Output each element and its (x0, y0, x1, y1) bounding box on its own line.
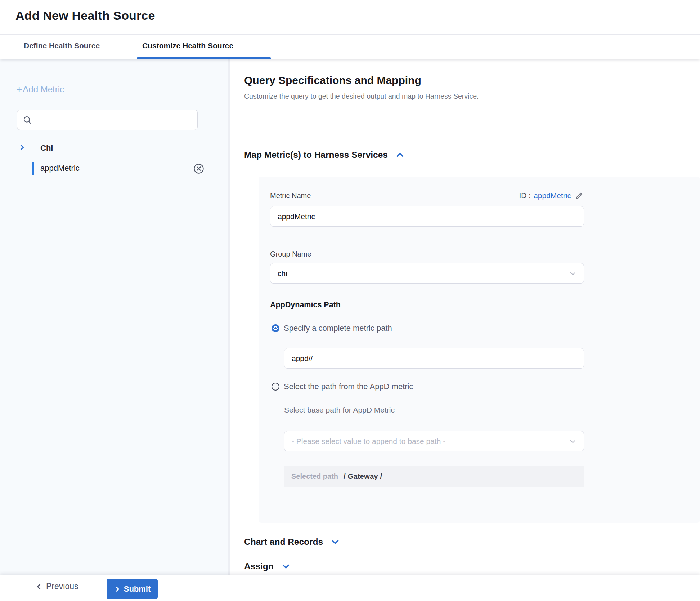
assign-title: Assign (244, 561, 274, 571)
map-metrics-section-title: Map Metric(s) to Harness Services (244, 150, 388, 160)
page-title: Add New Health Source (15, 9, 155, 23)
group-name-label: Group Name (270, 250, 311, 258)
add-health-source-dialog: Add New Health Source Define Health Sour… (0, 0, 700, 601)
add-metric-button[interactable]: + Add Metric (16, 84, 64, 94)
appdynamics-path-label: AppDynamics Path (270, 300, 341, 310)
radio-select-appd-path[interactable]: Select the path from the AppD metric (272, 382, 413, 391)
selected-metric-accent-bar (32, 162, 34, 175)
group-divider (32, 157, 205, 157)
metrics-sidebar: + Add Metric Chi appdMetric (0, 59, 228, 575)
radio-complete-metric-path[interactable]: Specify a complete metric path (272, 324, 392, 333)
remove-metric-icon[interactable] (193, 163, 204, 174)
previous-button[interactable]: Previous (35, 582, 78, 591)
chevron-up-icon (395, 150, 405, 160)
base-path-label: Select base path for AppD Metric (284, 406, 395, 414)
map-metrics-section-toggle[interactable]: Map Metric(s) to Harness Services (244, 150, 405, 160)
id-value-link[interactable]: appdMetric (534, 191, 571, 200)
radio-select-appd-path-label: Select the path from the AppD metric (284, 382, 413, 391)
assign-section-toggle[interactable]: Assign (244, 561, 291, 571)
panel-heading: Query Specifications and Mapping (244, 74, 421, 86)
panel-subheading: Customize the query to get the desired o… (244, 92, 479, 101)
chevron-right-icon (18, 143, 26, 153)
chevron-down-icon (281, 561, 291, 571)
chevron-down-icon (330, 537, 340, 547)
radio-unselected-icon[interactable] (272, 383, 279, 391)
query-specifications-panel: Query Specifications and Mapping Customi… (230, 59, 700, 575)
submit-button[interactable]: Submit (107, 579, 158, 599)
dialog-header: Add New Health Source (0, 0, 700, 35)
chevron-right-icon (114, 586, 121, 593)
metric-search-input[interactable] (36, 116, 190, 124)
add-metric-label: Add Metric (23, 84, 64, 94)
base-path-placeholder: - Please select value to append to base … (292, 437, 445, 446)
group-name-select[interactable]: chi (270, 263, 584, 284)
plus-icon: + (16, 85, 22, 94)
chevron-left-icon (35, 583, 43, 591)
selected-path-value: / Gateway / (344, 472, 382, 481)
chevron-down-icon (569, 437, 577, 446)
tab-customize-health-source[interactable]: Customize Health Source (142, 41, 233, 50)
chevron-down-icon (569, 269, 577, 278)
metric-search-box (17, 110, 198, 130)
radio-complete-metric-path-label: Specify a complete metric path (284, 324, 392, 333)
edit-pencil-icon[interactable] (575, 191, 584, 200)
previous-button-label: Previous (46, 582, 78, 591)
base-path-select[interactable]: - Please select value to append to base … (284, 431, 584, 451)
metric-mapping-card: Metric Name ID : appdMetric Group Name c… (259, 177, 700, 523)
id-prefix: ID : (519, 191, 531, 200)
metric-list-item[interactable]: appdMetric (0, 160, 228, 177)
active-tab-underline (137, 57, 271, 59)
tab-bar: Define Health Source Customize Health So… (0, 35, 700, 59)
chart-and-records-title: Chart and Records (244, 537, 323, 547)
submit-button-label: Submit (124, 584, 151, 594)
search-icon (23, 115, 32, 125)
panel-divider (230, 117, 700, 117)
metric-group-label: Chi (40, 143, 53, 153)
metric-name-row: Metric Name ID : appdMetric (270, 191, 584, 200)
metric-name-label: Metric Name (270, 192, 311, 200)
sidebar-main-divider (228, 59, 230, 575)
metric-group-row[interactable]: Chi (0, 140, 228, 156)
group-name-value: chi (278, 269, 287, 278)
metric-item-label: appdMetric (40, 164, 80, 173)
metric-id-display: ID : appdMetric (519, 191, 584, 200)
dialog-footer: Previous Submit (0, 575, 700, 601)
selected-path-bar: Selected path / Gateway / (284, 466, 584, 487)
metric-name-input[interactable] (270, 206, 584, 227)
selected-path-label: Selected path (291, 472, 338, 481)
chart-and-records-section-toggle[interactable]: Chart and Records (244, 537, 340, 547)
radio-selected-icon[interactable] (272, 324, 279, 332)
complete-metric-path-input[interactable] (284, 348, 584, 369)
tab-define-health-source[interactable]: Define Health Source (24, 41, 100, 50)
